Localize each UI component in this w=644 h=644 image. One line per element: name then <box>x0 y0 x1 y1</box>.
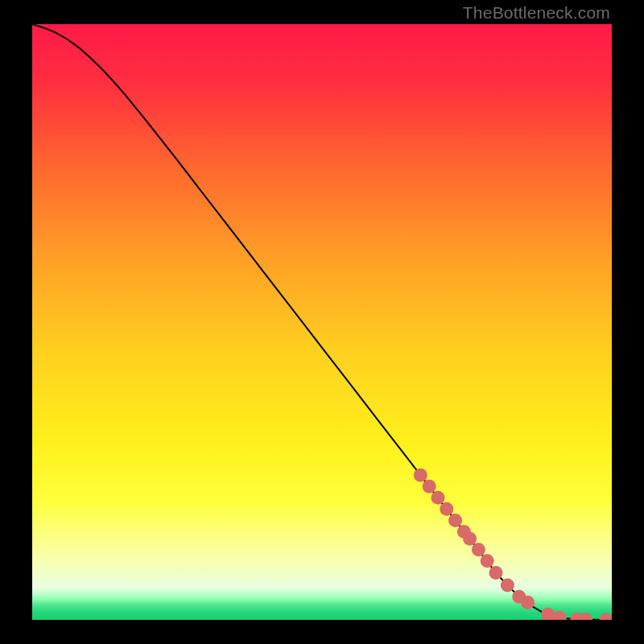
chart-plot <box>32 24 612 620</box>
data-point-marker <box>521 596 535 609</box>
data-point-marker <box>423 480 436 493</box>
chart-frame: TheBottleneck.com <box>0 0 644 644</box>
data-point-marker <box>472 543 485 556</box>
data-point-marker <box>440 502 453 516</box>
data-point-marker <box>414 469 427 482</box>
gradient-background <box>32 24 612 620</box>
data-point-marker <box>431 491 445 505</box>
data-point-marker <box>501 579 514 592</box>
watermark-text: TheBottleneck.com <box>463 3 610 23</box>
data-point-marker <box>481 554 494 568</box>
data-point-marker <box>448 514 462 527</box>
data-point-marker <box>489 566 503 580</box>
data-point-marker <box>463 532 477 546</box>
